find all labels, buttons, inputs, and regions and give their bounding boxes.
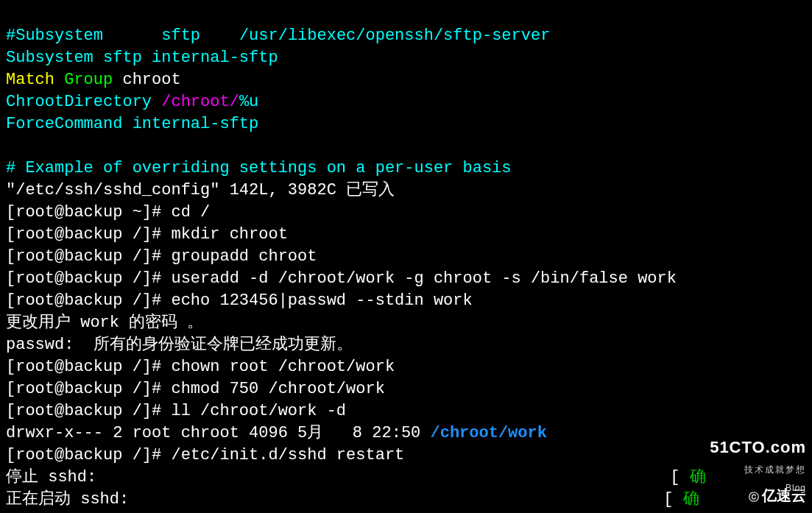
prompt-root-7: [root@backup /]# — [6, 402, 171, 420]
cfg-forcecmd-key: ForceCommand — [6, 115, 122, 133]
cfg-comment-subsystem: #Subsystem — [6, 26, 103, 45]
cfg-forcecmd-val: internal-sftp — [133, 115, 259, 133]
out-ll-dir: /chroot/work — [431, 424, 547, 442]
out-stop-ok: 确 — [690, 468, 706, 487]
cfg-chrootdir-path1: /chroot/ — [161, 93, 239, 111]
vim-status-line: "/etc/ssh/sshd_config" 142L, 3982C 已写入 — [6, 181, 395, 199]
out-passwd-2: passwd: 所有的身份验证令牌已经成功更新。 — [6, 336, 353, 354]
watermark-yisu: ⓒ亿速云 Blog — [749, 484, 806, 509]
terminal-output: #Subsystem sftp /usr/libexec/openssh/sft… — [0, 0, 812, 513]
cmd-useradd: useradd -d /chroot/work -g chroot -s /bi… — [171, 269, 677, 288]
cfg-chrootdir-key: ChrootDirectory — [6, 93, 152, 111]
out-ll-prefix: drwxr-x--- 2 root chroot 4096 5月 8 22:50 — [6, 424, 431, 442]
out-start-pad: [ — [129, 490, 683, 509]
cfg-comment-key: sftp — [161, 26, 200, 45]
cfg-subsystem-arg1: sftp — [103, 49, 142, 67]
cmd-groupadd: groupadd chroot — [171, 247, 317, 266]
cmd-mkdir: mkdir chroot — [171, 225, 287, 244]
watermark-51cto-big: 51CTO.com — [710, 436, 806, 459]
prompt-root-2: [root@backup /]# — [6, 247, 171, 266]
cfg-example-comment: # Example of overriding settings on a pe… — [6, 159, 512, 177]
prompt-root-3: [root@backup /]# — [6, 269, 171, 288]
prompt-home: [root@backup ~]# — [6, 203, 171, 222]
cmd-echo-passwd: echo 123456|passwd --stdin work — [171, 291, 472, 310]
cfg-match-group-val: chroot — [122, 71, 180, 89]
cfg-match-key: Match — [6, 71, 54, 89]
cfg-match-group-kw: Group — [64, 71, 113, 89]
cfg-subsystem-arg2: internal-sftp — [152, 49, 278, 67]
cmd-sshd-restart: /etc/init.d/sshd restart — [171, 446, 404, 464]
prompt-root-5: [root@backup /]# — [6, 358, 171, 376]
cmd-ll: ll /chroot/work -d — [171, 402, 346, 420]
cfg-chrootdir-path2: %u — [239, 93, 258, 111]
cmd-chmod: chmod 750 /chroot/work — [171, 380, 384, 398]
out-stop-pad: [ — [96, 468, 689, 487]
watermark-yisu-logo-icon: ⓒ — [749, 487, 759, 509]
watermark-yisu-sub: Blog — [785, 477, 806, 499]
watermark-51cto: 51CTO.com 技术成就梦想 — [710, 436, 806, 481]
cmd-chown: chown root /chroot/work — [171, 358, 395, 376]
cfg-subsystem-key: Subsystem — [6, 49, 93, 67]
cfg-comment-path: /usr/libexec/openssh/sftp-server — [239, 26, 550, 45]
prompt-root-6: [root@backup /]# — [6, 380, 171, 398]
cmd-cd: cd / — [171, 203, 210, 222]
prompt-root-4: [root@backup /]# — [6, 291, 171, 310]
out-stop-sshd: 停止 sshd: — [6, 468, 96, 487]
out-start-sshd: 正在启动 sshd: — [6, 490, 129, 509]
prompt-root-8: [root@backup /]# — [6, 446, 171, 464]
out-passwd-1: 更改用户 work 的密码 。 — [6, 314, 203, 332]
prompt-root-1: [root@backup /]# — [6, 225, 171, 244]
out-start-ok: 确 — [683, 490, 699, 509]
